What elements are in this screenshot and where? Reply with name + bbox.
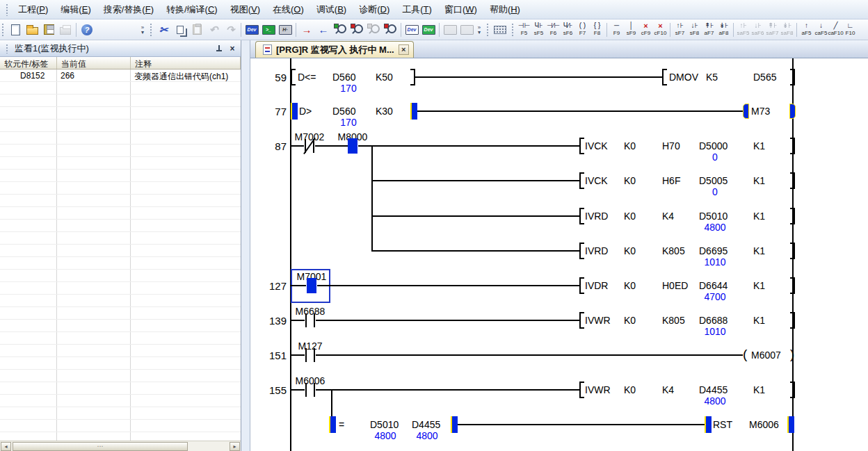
current-value-cell[interactable] — [57, 320, 131, 331]
comment-cell[interactable] — [131, 420, 241, 432]
instruction-bracket[interactable] — [790, 382, 795, 398]
watch-grip-handle[interactable] — [6, 44, 9, 54]
contact-no[interactable] — [304, 382, 316, 398]
comment-cell[interactable] — [131, 407, 241, 419]
instruction-bracket[interactable] — [790, 312, 795, 329]
ladder-tool-F9[interactable]: ─F9 — [609, 20, 624, 39]
device-cell[interactable] — [0, 145, 57, 156]
instruction-bracket[interactable] — [579, 312, 584, 329]
instruction-bracket[interactable] — [291, 69, 296, 85]
device-cell[interactable] — [0, 207, 57, 219]
ladder-tool-F8[interactable]: { }F8 — [590, 20, 604, 39]
operand-text[interactable]: M6007 — [751, 350, 781, 361]
toolbar-overflow-icon[interactable]: »▾ — [475, 22, 483, 38]
column-header-1[interactable]: 当前值 — [57, 57, 131, 69]
comment-cell[interactable] — [131, 170, 241, 181]
operand-text[interactable]: K1 — [753, 315, 765, 326]
instruction-bracket[interactable] — [662, 69, 667, 85]
current-value-cell[interactable] — [57, 345, 131, 356]
device-cell[interactable] — [0, 120, 57, 131]
comment-cell[interactable] — [131, 345, 241, 356]
coil-paren[interactable]: ( — [743, 346, 747, 363]
operand-text[interactable]: IVWR — [585, 315, 611, 326]
comment-cell[interactable] — [131, 257, 241, 269]
device-cell[interactable] — [0, 257, 57, 269]
coil-paren[interactable] — [743, 104, 749, 119]
contact-no[interactable] — [304, 347, 316, 363]
menu-item-find-replace[interactable]: 搜索/替换(F) — [97, 0, 160, 19]
copy-button[interactable] — [172, 22, 188, 38]
device-cell[interactable] — [0, 282, 57, 294]
comment-cell[interactable] — [131, 395, 241, 407]
operand-text[interactable]: K0 — [624, 245, 636, 256]
comment-cell[interactable] — [131, 307, 241, 319]
instruction-bracket[interactable] — [790, 172, 795, 189]
operand-text[interactable]: K4 — [662, 384, 674, 395]
ladder-tool-aF5[interactable]: ↑aF5 — [799, 20, 814, 39]
contact-nc[interactable] — [303, 138, 316, 154]
operand-text[interactable]: IVCK — [585, 140, 608, 151]
menu-item-debug[interactable]: 调试(B) — [310, 0, 353, 19]
current-value-cell[interactable] — [57, 407, 131, 419]
device-cell[interactable] — [0, 320, 57, 331]
instruction-bracket[interactable] — [790, 69, 795, 85]
current-value-cell[interactable] — [57, 220, 131, 231]
device-cell[interactable] — [0, 295, 57, 306]
instruction-bracket[interactable] — [579, 172, 584, 189]
instruction-bracket[interactable] — [451, 416, 458, 433]
operand-text[interactable]: IVDR — [585, 280, 608, 291]
stop-monitoring-button[interactable] — [348, 22, 365, 38]
operand-text[interactable]: K0 — [624, 211, 636, 222]
monitor-write-mode-button[interactable] — [382, 22, 399, 38]
operand-text[interactable]: H70 — [662, 140, 680, 151]
instruction-bracket[interactable] — [329, 416, 336, 433]
ladder-tool-F10[interactable]: ∟F10 — [843, 20, 858, 39]
operand-text[interactable]: H6F — [662, 175, 680, 186]
ladder-tool-sF9[interactable]: │sF9 — [624, 20, 638, 39]
device-cell[interactable] — [0, 357, 57, 369]
comment-cell[interactable] — [131, 320, 241, 331]
device-cell[interactable] — [0, 182, 57, 194]
current-value-cell[interactable] — [57, 120, 131, 131]
help-button[interactable]: ? — [79, 22, 95, 38]
current-value-cell[interactable] — [57, 382, 131, 394]
menu-item-window[interactable]: 窗口(W) — [438, 0, 483, 19]
menu-item-tools[interactable]: 工具(T) — [396, 0, 438, 19]
ladder-tool-sF8[interactable]: ↓⊦sF8 — [687, 20, 702, 39]
device-cell[interactable] — [0, 195, 57, 206]
current-value-cell[interactable] — [57, 432, 131, 441]
operand-text[interactable]: D> — [299, 106, 312, 117]
device-cell[interactable] — [0, 95, 57, 106]
current-value-cell[interactable] — [57, 395, 131, 407]
watch-window-titlebar[interactable]: 监看1(监视执行中) × — [0, 40, 241, 57]
program-edit-mode-button[interactable] — [492, 22, 508, 38]
comment-cell[interactable] — [131, 182, 241, 194]
dock-splitter[interactable] — [241, 40, 250, 451]
operand-text[interactable]: K0 — [624, 315, 636, 326]
device-test-button[interactable]: >_ — [260, 22, 277, 38]
column-header-2[interactable]: 注释 — [131, 57, 241, 69]
operand-text[interactable]: M73 — [751, 106, 770, 117]
cut-button[interactable]: ✂ — [155, 22, 172, 38]
comment-cell[interactable] — [131, 220, 241, 231]
operand-text[interactable]: D5000 — [699, 140, 728, 151]
menu-item-online[interactable]: 在线(O) — [266, 0, 310, 19]
current-value-cell[interactable] — [57, 232, 131, 244]
ladder-tool-cF9[interactable]: ×cF9 — [638, 20, 653, 39]
comment-cell[interactable] — [131, 157, 241, 169]
instruction-bracket[interactable] — [579, 138, 584, 154]
comment-cell[interactable] — [131, 145, 241, 156]
device-cell[interactable] — [0, 345, 57, 356]
current-value-cell[interactable] — [57, 170, 131, 181]
ladder-editor-canvas[interactable]: 59D<=D560170K50DMOVK5D56577D>D560170K30M… — [250, 58, 868, 451]
operand-text[interactable]: RST — [713, 419, 732, 430]
scrollbar-track[interactable]: ⋯ — [11, 442, 230, 451]
device-cell[interactable] — [0, 407, 57, 419]
operand-text[interactable]: K805 — [662, 245, 685, 256]
current-value-cell[interactable] — [57, 420, 131, 432]
device-cell[interactable] — [0, 170, 57, 181]
operand-text[interactable]: K805 — [662, 315, 685, 326]
pin-icon[interactable] — [214, 43, 225, 54]
current-value-cell[interactable] — [57, 82, 131, 94]
operand-text[interactable]: D4455 — [412, 419, 440, 430]
